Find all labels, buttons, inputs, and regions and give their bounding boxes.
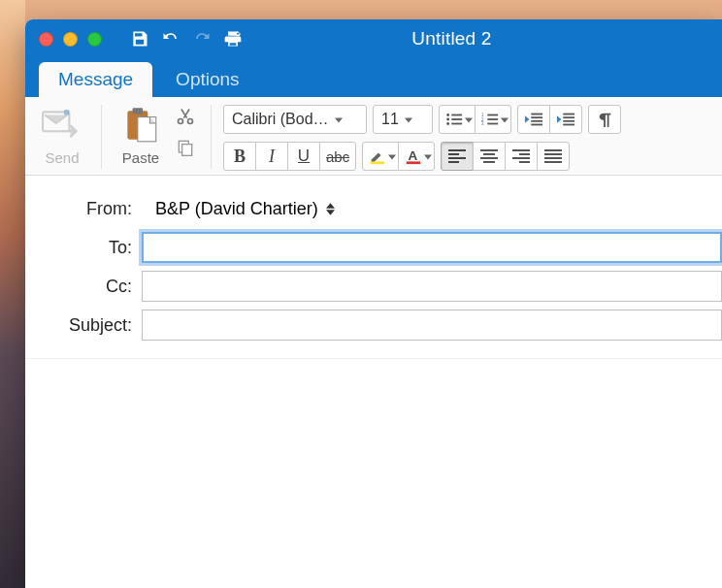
svg-rect-28 [563,120,574,122]
font-size-select[interactable]: 11 [373,105,433,134]
paste-group: Paste [114,103,168,168]
chevron-down-icon [501,111,509,128]
numbered-list-button[interactable]: 123 [475,105,511,134]
from-label: From: [25,199,142,219]
svg-rect-38 [483,153,495,155]
svg-rect-2 [64,110,69,114]
to-input[interactable] [142,232,722,263]
chevron-down-icon [388,147,396,165]
subject-row: Subject: [25,306,722,344]
redo-icon [191,28,213,49]
svg-rect-41 [512,149,530,151]
from-row: From: B&P (David Chartier) [25,189,722,228]
svg-rect-15 [451,123,462,125]
to-row: To: [25,228,722,267]
svg-rect-47 [544,157,562,159]
svg-rect-42 [519,153,530,155]
svg-rect-33 [448,149,466,151]
svg-rect-9 [182,145,192,156]
updown-icon [326,203,335,215]
tab-options[interactable]: Options [156,62,258,97]
align-justify-button[interactable] [537,142,570,171]
svg-rect-35 [448,157,466,159]
svg-rect-21 [487,123,498,125]
svg-rect-22 [531,114,542,115]
svg-rect-4 [133,108,144,114]
paragraph-marks-button[interactable] [588,105,621,134]
svg-rect-39 [480,157,498,159]
ribbon-toolbar: Send Paste [25,97,722,176]
send-button[interactable] [41,105,83,146]
italic-button[interactable]: I [255,142,288,171]
svg-rect-37 [480,149,498,151]
svg-rect-46 [544,153,562,155]
print-icon[interactable] [222,28,244,49]
formatting-area: Calibri (Bod… 11 123 [223,103,621,171]
svg-rect-43 [512,157,530,159]
font-size-value: 11 [381,111,399,128]
svg-rect-36 [448,161,459,163]
ribbon-tabs: Message Options [25,58,722,97]
compose-window: Untitled 2 Message Options Send [25,19,722,588]
from-account-select[interactable]: B&P (David Chartier) [142,199,722,219]
svg-point-12 [446,118,449,121]
toolbar-divider [101,105,102,169]
zoom-window-button[interactable] [87,32,102,47]
svg-rect-40 [483,161,495,163]
window-title: Untitled 2 [253,28,708,49]
font-family-value: Calibri (Bod… [232,111,329,128]
font-color-button[interactable]: A [398,142,435,171]
chevron-down-icon [335,111,343,128]
cc-input[interactable] [142,271,722,302]
subject-input[interactable] [142,310,722,341]
svg-point-10 [446,114,449,116]
svg-rect-27 [563,116,574,118]
minimize-window-button[interactable] [63,32,78,47]
svg-point-14 [446,122,449,125]
svg-rect-13 [451,118,462,120]
align-right-button[interactable] [505,142,538,171]
from-account-value: B&P (David Chartier) [155,199,318,219]
subject-label: Subject: [25,315,142,336]
chevron-down-icon [465,111,473,128]
svg-rect-11 [451,114,462,116]
svg-rect-48 [544,161,562,163]
align-center-button[interactable] [473,142,506,171]
paste-button[interactable] [119,105,162,146]
svg-rect-23 [531,116,542,118]
cc-row: Cc: [25,267,722,306]
message-header-fields: From: B&P (David Chartier) To: Cc: Subje… [25,176,722,358]
close-window-button[interactable] [39,32,53,47]
outdent-button[interactable] [517,105,550,134]
paste-label: Paste [122,149,159,166]
toolbar-divider [211,105,212,169]
svg-point-6 [179,119,183,124]
window-controls [39,32,102,47]
save-icon[interactable] [129,28,150,49]
svg-rect-45 [544,149,562,151]
undo-icon[interactable] [160,28,181,49]
cut-button[interactable] [172,103,199,130]
svg-rect-29 [563,124,574,126]
indent-button[interactable] [549,105,582,134]
bold-button[interactable]: B [223,142,256,171]
strikethrough-button[interactable]: abc [319,142,356,171]
send-group: Send [35,103,89,171]
tab-message[interactable]: Message [39,62,152,97]
svg-text:3: 3 [481,121,484,126]
chevron-down-icon [405,111,412,128]
align-left-button[interactable] [441,142,474,171]
svg-point-7 [188,119,193,124]
svg-rect-44 [519,161,530,163]
bullet-list-button[interactable] [439,105,476,134]
copy-button[interactable] [172,134,199,161]
font-family-select[interactable]: Calibri (Bod… [223,105,367,134]
message-body[interactable] [25,358,722,588]
to-label: To: [25,238,142,258]
highlight-color-button[interactable] [362,142,399,171]
underline-button[interactable]: U [287,142,320,171]
svg-rect-17 [487,114,498,116]
svg-rect-30 [371,161,384,164]
svg-rect-25 [531,124,542,126]
titlebar: Untitled 2 [25,19,722,58]
